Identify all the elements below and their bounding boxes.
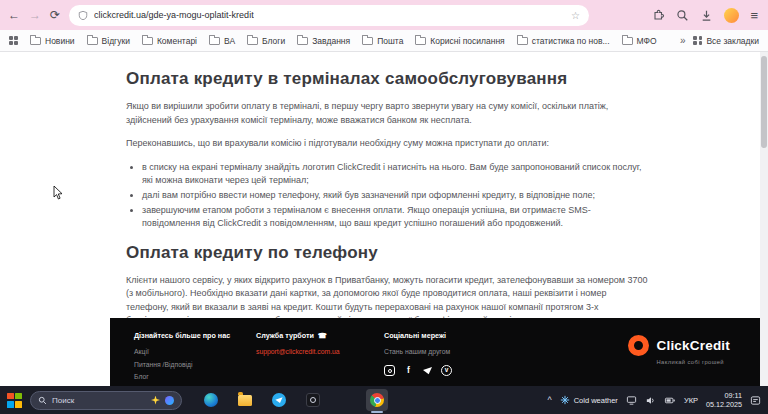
bookmark-star-icon[interactable]: ☆ xyxy=(571,10,580,21)
footer-social-title: Соціальні мережі xyxy=(384,331,534,340)
taskbar-app-chrome-active[interactable] xyxy=(366,389,388,411)
assistant-sparkle-icon[interactable] xyxy=(151,396,160,405)
phone-icon: ☎ xyxy=(318,331,327,340)
article-heading-phone: Оплата кредиту по телефону xyxy=(126,243,648,263)
shield-icon[interactable] xyxy=(78,10,88,21)
article-paragraph: Якщо ви вирішили зробити оплату в термін… xyxy=(126,100,648,127)
bookmark-label: МФО xyxy=(637,36,657,46)
network-icon[interactable] xyxy=(626,395,637,406)
search-icon xyxy=(38,396,47,405)
footer-about-column: Дізнайтесь більше про нас Акції Питання … xyxy=(134,331,256,386)
chrome-icon xyxy=(370,393,384,407)
instagram-icon[interactable] xyxy=(384,365,395,376)
bookmark-folder-vidhuky[interactable]: Відгуки xyxy=(87,36,130,46)
weather-label: Cold weather xyxy=(574,396,618,405)
bookmark-label: Коментарі xyxy=(157,36,197,46)
footer-about-title: Дізнайтесь більше про нас xyxy=(134,331,256,340)
bookmark-folder-va[interactable]: ВА xyxy=(209,36,235,46)
bookmarks-apps-icon[interactable] xyxy=(9,36,18,45)
footer-link-blog[interactable]: Блог xyxy=(134,373,256,380)
browser-toolbar: ← → ⟳ clickcredit.ua/gde-ya-mogu-oplatit… xyxy=(0,0,768,30)
taskbar-app-telegram[interactable] xyxy=(268,389,290,411)
weather-widget[interactable]: Cold weather xyxy=(560,395,618,405)
clock-time: 09:11 xyxy=(706,391,742,400)
bookmark-folder-poshta[interactable]: Пошта xyxy=(362,36,403,46)
bookmark-folder-mfo[interactable]: МФО xyxy=(622,36,657,46)
facebook-icon[interactable]: f xyxy=(403,365,414,376)
clock[interactable]: 09:11 05.12.2025 xyxy=(706,391,742,410)
telegram-icon[interactable] xyxy=(422,365,433,376)
support-email-link[interactable]: support@clickcredit.com.ua xyxy=(256,348,384,355)
search-placeholder: Поиск xyxy=(52,396,74,405)
bookmark-folder-blohy[interactable]: Блоги xyxy=(247,36,285,46)
grid-icon xyxy=(693,36,702,45)
desktop-screen: ← → ⟳ clickcredit.ua/gde-ya-mogu-oplatit… xyxy=(0,0,768,414)
telegram-icon xyxy=(272,393,286,407)
profile-avatar[interactable] xyxy=(724,8,739,23)
refresh-icon[interactable]: ⟳ xyxy=(50,9,60,21)
extensions-puzzle-icon[interactable] xyxy=(652,9,665,22)
hidden-icons-chevron[interactable]: ^ xyxy=(547,396,551,405)
bookmark-folder-novyny[interactable]: Новини xyxy=(30,36,75,46)
folder-icon xyxy=(517,37,528,45)
downloads-icon[interactable] xyxy=(700,9,713,22)
clickcredit-logo-icon xyxy=(628,335,649,356)
footer-social-column: Соціальні мережі Стань нашим другом f v xyxy=(384,331,534,386)
assistant-orb-icon[interactable] xyxy=(165,396,174,405)
taskbar-app-file-explorer[interactable] xyxy=(234,389,256,411)
footer-link-faq[interactable]: Питання /Відповіді xyxy=(134,361,256,368)
bookmark-folder-zavdannia[interactable]: Завдання xyxy=(297,36,350,46)
notification-center-icon[interactable] xyxy=(750,395,761,406)
address-bar[interactable]: clickcredit.ua/gde-ya-mogu-oplatit-kredi… xyxy=(69,5,589,26)
all-bookmarks-label: Все закладки xyxy=(706,36,759,46)
start-button[interactable] xyxy=(7,393,22,408)
bullet-item: завершуючим етапом роботи з терміналом є… xyxy=(142,204,648,230)
folder-icon xyxy=(247,37,258,45)
folder-icon xyxy=(415,37,426,45)
folder-icon xyxy=(209,37,220,45)
bookmark-folder-korysni[interactable]: Корисні посилання xyxy=(415,36,504,46)
article-heading-terminals: Оплата кредиту в терміналах самообслугов… xyxy=(126,69,648,89)
footer-support-column: Служба турботи ☎ support@clickcredit.com… xyxy=(256,331,384,386)
article-bullet-list: в списку на екрані терміналу знайдіть ло… xyxy=(142,161,648,230)
folder-icon xyxy=(87,37,98,45)
scrollbar-thumb[interactable] xyxy=(761,56,767,148)
bullet-item: в списку на екрані терміналу знайдіть ло… xyxy=(142,161,648,187)
bookmark-label: ВА xyxy=(224,36,235,46)
taskbar-app-obs[interactable] xyxy=(302,389,324,411)
bookmark-folder-statystyka[interactable]: статистика по нов... xyxy=(517,36,610,46)
folder-icon xyxy=(362,37,373,45)
battery-icon[interactable] xyxy=(664,395,676,406)
edge-icon xyxy=(204,393,218,407)
article: Оплата кредиту в терміналах самообслугов… xyxy=(0,53,760,328)
language-indicator[interactable]: УКР xyxy=(684,396,698,405)
taskbar-search[interactable]: Поиск xyxy=(30,391,182,410)
search-icon[interactable] xyxy=(676,9,689,22)
forward-icon[interactable]: → xyxy=(29,9,41,21)
bookmarks-overflow-icon[interactable]: » xyxy=(680,35,686,46)
bookmark-label: статистика по нов... xyxy=(532,36,610,46)
site-footer: Дізнайтесь більше про нас Акції Питання … xyxy=(110,318,760,386)
url-text[interactable]: clickcredit.ua/gde-ya-mogu-oplatit-kredi… xyxy=(94,10,254,20)
bookmark-folder-komentari[interactable]: Коментарі xyxy=(142,36,197,46)
taskbar-app-edge[interactable] xyxy=(200,389,222,411)
footer-logo-block[interactable]: ClickCredit Накликай собі грошей xyxy=(628,331,730,386)
taskbar-apps xyxy=(200,389,388,411)
all-bookmarks-button[interactable]: Все закладки xyxy=(693,36,759,46)
menu-icon[interactable]: ≡ xyxy=(750,9,758,22)
footer-support-label: Служба турботи xyxy=(256,331,314,340)
clock-date: 05.12.2025 xyxy=(706,400,742,409)
bookmarks-right: » Все закладки xyxy=(680,35,759,46)
back-icon[interactable]: ← xyxy=(8,9,20,21)
viber-icon[interactable]: v xyxy=(441,365,452,376)
bookmark-label: Новини xyxy=(45,36,75,46)
bookmarks-bar: Новини Відгуки Коментарі ВА Блоги Завдан… xyxy=(0,30,768,52)
bookmark-label: Блоги xyxy=(262,36,285,46)
footer-link-promotions[interactable]: Акції xyxy=(134,348,256,355)
footer-support-title: Служба турботи ☎ xyxy=(256,331,384,340)
snowflake-icon xyxy=(560,395,570,405)
volume-icon[interactable] xyxy=(645,395,656,406)
folder-icon xyxy=(30,37,41,45)
vertical-scrollbar[interactable] xyxy=(760,52,768,386)
taskbar: Поиск ^ Cold weather xyxy=(0,386,768,414)
